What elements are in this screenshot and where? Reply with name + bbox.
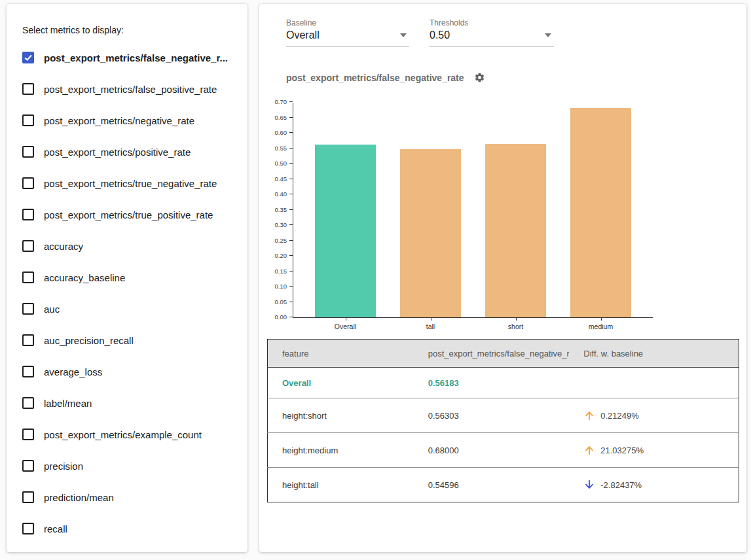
y-axis-tick <box>289 240 293 241</box>
column-header-diff: Diff. w. baseline <box>569 340 739 368</box>
checkbox-icon[interactable] <box>22 146 34 158</box>
metric-checkbox-item-post-export-metrics-true-negative-rate[interactable]: post_export_metrics/true_negative_rate <box>22 167 242 199</box>
metric-label: post_export_metrics/example_count <box>44 429 202 440</box>
column-header-metric: post_export_metrics/false_negative_rat..… <box>414 340 570 368</box>
checkbox-icon[interactable] <box>22 177 34 189</box>
diff-value: 21.03275% <box>600 446 644 455</box>
table-row-height-short[interactable]: height:short 0.56303 0.21249% <box>268 398 739 433</box>
metric-checkbox-item-recall[interactable]: recall <box>22 513 242 544</box>
metric-label: prediction/mean <box>44 492 114 503</box>
metric-checkbox-item-post-export-metrics-positive-rate[interactable]: post_export_metrics/positive_rate <box>22 136 242 167</box>
metric-label: post_export_metrics/false_negative_r... <box>44 52 228 63</box>
checkbox-icon[interactable] <box>22 397 34 409</box>
diff-cell <box>569 368 739 398</box>
metric-checkbox-item-post-export-metrics-negative-rate[interactable]: post_export_metrics/negative_rate <box>22 105 242 136</box>
table-header-row: feature post_export_metrics/false_negati… <box>268 340 739 368</box>
y-axis-label: 0.10 <box>261 283 287 290</box>
metric-label: accuracy <box>44 241 83 252</box>
metric-label: average_loss <box>44 366 102 377</box>
diff-value: 0.21249% <box>600 411 639 421</box>
x-axis-label: tall <box>392 323 470 330</box>
y-axis-label: 0.55 <box>261 145 287 152</box>
checkbox-icon[interactable] <box>22 429 34 440</box>
chart-header: post_export_metrics/false_negative_rate <box>286 72 485 83</box>
feature-cell: height:short <box>268 398 414 433</box>
metric-checkbox-item-label-mean[interactable]: label/mean <box>22 387 242 419</box>
baseline-select-label: Baseline <box>286 18 409 27</box>
metric-checkbox-item-accuracy[interactable]: accuracy <box>22 230 242 262</box>
metric-select-panel: Select metrics to display: post_export_m… <box>7 4 247 552</box>
baseline-select[interactable]: Baseline Overall <box>286 18 409 46</box>
results-panel: Baseline Overall Thresholds 0.50 post_ex… <box>259 4 746 552</box>
y-axis-label: 0.70 <box>261 98 287 105</box>
y-axis-tick <box>289 101 293 102</box>
diff-cell: 21.03275% <box>569 433 739 468</box>
metric-label: post_export_metrics/negative_rate <box>44 115 194 126</box>
checkbox-icon[interactable] <box>22 271 34 283</box>
metric-label: precision <box>44 461 83 472</box>
y-axis-tick <box>289 302 293 302</box>
metric-checkbox-item-prediction-mean[interactable]: prediction/mean <box>22 481 242 513</box>
bar-short[interactable] <box>485 144 546 317</box>
metric-checkbox-item-post-export-metrics-false-negative-r-[interactable]: post_export_metrics/false_negative_r... <box>22 42 242 73</box>
metric-checkbox-item-post-export-metrics-example-count[interactable]: post_export_metrics/example_count <box>22 419 242 450</box>
y-axis-label: 0.20 <box>261 252 287 259</box>
checkbox-icon[interactable] <box>22 240 34 252</box>
bar-chart[interactable]: 0.000.050.100.150.200.250.300.350.400.45… <box>293 103 653 318</box>
checkbox-icon[interactable] <box>22 83 34 95</box>
checkbox-icon[interactable] <box>22 460 34 472</box>
metric-label: auc <box>44 304 60 315</box>
metric-checkbox-item-auc-precision-recall[interactable]: auc_precision_recall <box>22 324 242 356</box>
metric-label: label/mean <box>44 398 92 409</box>
diff-cell: -2.82437% <box>569 468 739 502</box>
bar-tall[interactable] <box>400 149 461 317</box>
metric-checkbox-item-post-export-metrics-true-positive-rate[interactable]: post_export_metrics/true_positive_rate <box>22 199 242 230</box>
y-axis-tick <box>289 117 293 118</box>
checkbox-icon[interactable] <box>22 114 34 126</box>
x-axis-label: short <box>477 323 555 330</box>
metric-checkbox-item-average-loss[interactable]: average_loss <box>22 356 242 387</box>
y-axis-label: 0.35 <box>261 206 287 213</box>
metric-checkbox-item-auc[interactable]: auc <box>22 293 242 324</box>
y-axis-tick <box>289 317 293 317</box>
bar-medium[interactable] <box>570 108 631 317</box>
table-row-overall[interactable]: Overall 0.56183 <box>268 368 739 398</box>
feature-cell: height:tall <box>268 468 414 502</box>
column-header-feature: feature <box>268 340 414 368</box>
checkbox-icon[interactable] <box>22 303 34 315</box>
diff-value: -2.82437% <box>600 480 642 490</box>
metric-label: post_export_metrics/positive_rate <box>44 147 191 158</box>
checkbox-icon[interactable] <box>22 366 34 377</box>
x-axis-tick <box>516 317 517 321</box>
metric-checkbox-item-accuracy-baseline[interactable]: accuracy_baseline <box>22 262 242 293</box>
chart-title: post_export_metrics/false_negative_rate <box>286 73 464 83</box>
value-cell: 0.54596 <box>414 468 570 502</box>
metric-label: post_export_metrics/false_positive_rate <box>44 84 217 95</box>
checkbox-icon[interactable] <box>22 491 34 503</box>
metric-label: recall <box>44 523 67 534</box>
bar-overall[interactable] <box>315 145 376 317</box>
x-axis-label: medium <box>562 323 640 330</box>
metric-checkbox-item-precision[interactable]: precision <box>22 450 242 481</box>
y-axis-label: 0.40 <box>261 190 287 198</box>
table-row-height-medium[interactable]: height:medium 0.68000 21.03275% <box>268 433 739 468</box>
checkbox-icon[interactable] <box>22 523 34 534</box>
value-cell: 0.56303 <box>414 398 570 433</box>
table-row-height-tall[interactable]: height:tall 0.54596 -2.82437% <box>268 468 739 502</box>
y-axis-label: 0.05 <box>261 298 287 306</box>
metric-checkbox-item-post-export-metrics-false-positive-rate[interactable]: post_export_metrics/false_positive_rate <box>22 73 242 105</box>
y-axis-label: 0.00 <box>261 313 287 321</box>
y-axis-tick <box>289 255 293 256</box>
metrics-list: post_export_metrics/false_negative_r... … <box>22 42 242 544</box>
diff-cell: 0.21249% <box>569 398 739 433</box>
y-axis-tick <box>289 224 293 225</box>
y-axis-label: 0.15 <box>261 268 287 275</box>
settings-gear-icon[interactable] <box>474 72 485 83</box>
thresholds-select[interactable]: Thresholds 0.50 <box>430 18 554 46</box>
baseline-select-value: Overall <box>286 29 320 41</box>
checkbox-icon[interactable] <box>22 334 34 346</box>
y-axis-label: 0.25 <box>261 237 287 244</box>
checkbox-icon[interactable] <box>22 209 34 220</box>
checkbox-icon[interactable] <box>22 52 34 63</box>
y-axis-tick <box>289 148 293 149</box>
